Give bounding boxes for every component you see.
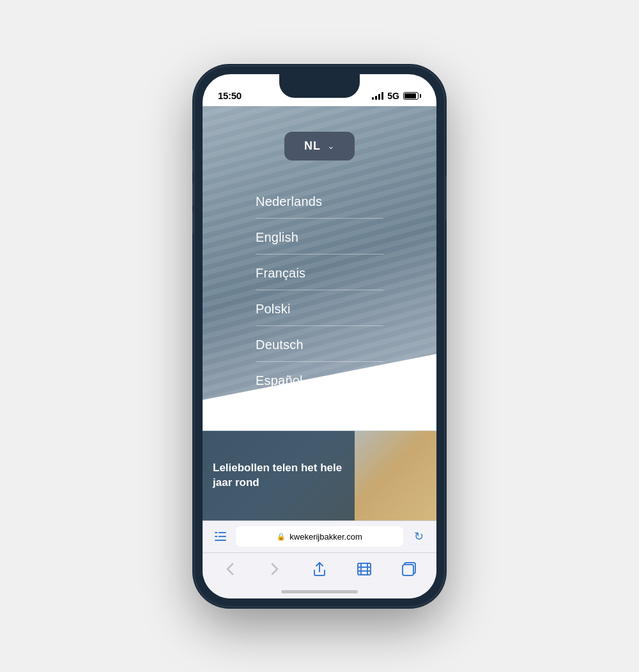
home-indicator — [203, 586, 436, 598]
svg-rect-0 — [215, 532, 226, 533]
language-option-pl[interactable]: Polski — [256, 290, 383, 326]
svg-rect-1 — [215, 536, 226, 537]
home-bar — [281, 590, 358, 593]
chevron-down-icon: ⌄ — [327, 141, 335, 151]
language-option-fr[interactable]: Français — [256, 254, 383, 290]
url-text: kwekerijbakker.com — [289, 532, 362, 542]
screen-content: NL ⌄ Nederlands English Français Pols — [203, 106, 436, 598]
language-selector-button[interactable]: NL ⌄ — [284, 132, 355, 160]
refresh-button[interactable]: ↻ — [408, 526, 429, 547]
network-label: 5G — [387, 91, 399, 101]
svg-rect-3 — [217, 532, 219, 533]
status-bar: 15:50 5G — [203, 74, 436, 106]
background-area: NL ⌄ Nederlands English Français Pols — [203, 106, 436, 431]
svg-rect-2 — [215, 540, 226, 541]
lock-icon: 🔒 — [277, 533, 286, 541]
language-option-nl[interactable]: Nederlands — [256, 183, 383, 219]
refresh-icon: ↻ — [414, 529, 424, 543]
phone-screen: 15:50 5G — [203, 74, 436, 598]
share-button[interactable] — [305, 555, 334, 583]
status-icons: 5G — [372, 91, 421, 101]
notch — [279, 74, 360, 98]
language-code: NL — [304, 139, 321, 153]
language-dropdown-list: Nederlands English Français Polski Deuts… — [256, 183, 383, 397]
article-overlay: Leliebollen telen het hele jaar rond — [203, 431, 355, 520]
article-title: Leliebollen telen het hele jaar rond — [213, 461, 344, 489]
browser-toolbar — [203, 552, 436, 586]
signal-bars — [372, 92, 383, 100]
address-bar[interactable]: 🔒 kwekerijbakker.com — [236, 526, 403, 547]
status-time: 15:50 — [218, 90, 242, 101]
forward-button[interactable] — [261, 555, 289, 583]
browser-menu-button[interactable] — [210, 526, 231, 547]
tabs-button[interactable] — [395, 555, 423, 583]
svg-rect-5 — [358, 563, 371, 575]
browser-address-bar: 🔒 kwekerijbakker.com ↻ — [203, 520, 436, 552]
phone-frame: 15:50 5G — [195, 66, 444, 606]
svg-rect-7 — [403, 565, 413, 575]
battery-icon — [403, 92, 421, 100]
bookmarks-button[interactable] — [350, 555, 378, 583]
back-button[interactable] — [216, 555, 244, 583]
language-option-de[interactable]: Deutsch — [256, 326, 383, 362]
article-preview[interactable]: Leliebollen telen het hele jaar rond — [203, 431, 436, 520]
language-option-en[interactable]: English — [256, 219, 383, 254]
svg-rect-4 — [217, 536, 219, 537]
